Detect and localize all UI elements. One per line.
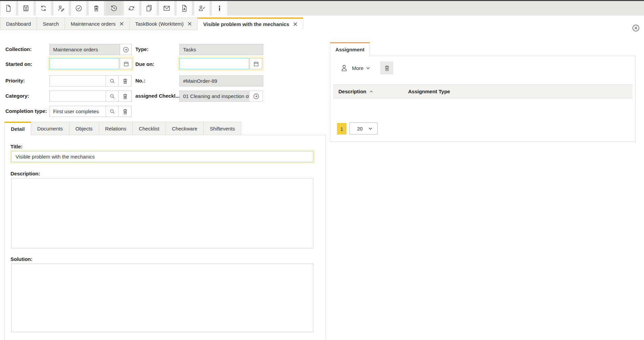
no-label: No.:: [135, 78, 145, 83]
detail-tabbar: Detail Documents Objects Relations Check…: [4, 122, 241, 135]
category-input[interactable]: [49, 91, 106, 102]
pdf-page-icon: [180, 4, 188, 12]
collection-label: Collection:: [5, 46, 32, 52]
tab-taskbook-workitem[interactable]: TaskBook (WorkItem): [129, 18, 198, 30]
page-1-button[interactable]: 1: [337, 123, 347, 135]
tab-assignment[interactable]: Assignment: [330, 42, 370, 56]
page-size-select[interactable]: 20: [349, 122, 378, 135]
envelope-icon: [163, 4, 171, 12]
close-icon[interactable]: [188, 22, 192, 26]
collection-open-button[interactable]: [120, 44, 132, 55]
calendar-icon: [253, 60, 260, 67]
info-icon: [216, 4, 223, 12]
info-button[interactable]: [212, 1, 227, 16]
sync-arrows-icon: [40, 4, 47, 12]
tab-documents[interactable]: Documents: [31, 122, 69, 135]
trash-icon: [122, 108, 129, 115]
blank-page-icon: [4, 4, 12, 12]
add-person-button[interactable]: [338, 62, 351, 74]
solution-label: Solution:: [10, 256, 32, 262]
tab-relations[interactable]: Relations: [99, 122, 133, 135]
tab-checklist[interactable]: Checklist: [132, 122, 166, 135]
due-on-calendar-button[interactable]: [250, 58, 262, 69]
started-on-label: Started on:: [5, 61, 32, 67]
tab-checkware[interactable]: Checkware: [165, 122, 204, 135]
subtab-label: Detail: [11, 126, 25, 132]
type-label: Type:: [135, 46, 149, 52]
collection-field: Maintenance orders: [49, 44, 120, 55]
trash-icon: [122, 78, 129, 84]
tab-label: Maintenance orders: [71, 21, 116, 27]
tab-dashboard[interactable]: Dashboard: [0, 18, 37, 30]
title-input[interactable]: [11, 151, 313, 162]
category-label: Category:: [5, 93, 29, 99]
more-label: More: [352, 65, 363, 71]
more-menu-button[interactable]: More: [352, 65, 370, 71]
redo-button[interactable]: [124, 1, 139, 16]
approve-user-button[interactable]: [194, 1, 209, 16]
complete-button[interactable]: [71, 1, 86, 16]
description-textarea[interactable]: [11, 178, 313, 248]
loop-arrows-icon: [128, 4, 135, 12]
completion-type-search-button[interactable]: [106, 106, 119, 117]
priority-label: Priority:: [5, 78, 25, 83]
email-button[interactable]: [159, 1, 174, 16]
save-button[interactable]: [18, 1, 34, 16]
started-on-calendar-button[interactable]: [120, 58, 132, 69]
type-field-group: Tasks: [179, 44, 263, 55]
remove-assignment-button[interactable]: [380, 62, 393, 74]
collection-field-group: Maintenance orders: [49, 44, 132, 55]
delete-button[interactable]: [89, 1, 104, 16]
tab-shiftevents[interactable]: Shiftevents: [203, 122, 241, 135]
subtab-label: Objects: [75, 126, 93, 131]
assigned-checklist-open-button[interactable]: [249, 91, 263, 102]
category-search-button[interactable]: [106, 91, 119, 102]
tab-maintenance-orders[interactable]: Maintenance orders: [65, 18, 130, 30]
priority-clear-button[interactable]: [118, 75, 132, 87]
assigned-checklist-label: assigned Checkl...: [135, 93, 180, 99]
tab-label: Visible problem with the mechanics: [203, 21, 289, 27]
assignment-tab-label: Assignment: [335, 47, 364, 52]
started-on-field-group: [48, 56, 134, 71]
floppy-disk-icon: [22, 4, 30, 12]
completion-type-input[interactable]: [49, 106, 106, 117]
priority-input[interactable]: [49, 75, 106, 87]
no-field-group: #MainOrder-89: [179, 75, 263, 87]
due-on-field-group: [178, 56, 264, 71]
workspace-tabbar: Dashboard Search Maintenance orders Task…: [0, 18, 303, 30]
completion-type-clear-button[interactable]: [118, 106, 132, 117]
tab-visible-problem[interactable]: Visible problem with the mechanics: [197, 18, 303, 30]
new-document-button[interactable]: [1, 1, 16, 16]
due-on-label: Due on:: [135, 61, 154, 67]
assignment-panel: More Description Assignment Type 1 20: [330, 56, 636, 142]
edit-user-button[interactable]: [53, 1, 69, 16]
close-workspace-button[interactable]: [632, 24, 640, 32]
sort-ascending-icon: [369, 90, 373, 94]
copy-button[interactable]: [141, 1, 157, 16]
chevron-down-icon: [368, 126, 373, 131]
subtab-label: Shiftevents: [210, 126, 235, 131]
copy-pages-icon: [145, 4, 153, 12]
no-field: #MainOrder-89: [179, 75, 263, 87]
type-field: Tasks: [179, 44, 263, 55]
priority-field-group: [49, 75, 132, 87]
close-icon[interactable]: [293, 22, 297, 26]
subtab-label: Checklist: [139, 126, 159, 131]
close-icon[interactable]: [120, 22, 124, 26]
refresh-button[interactable]: [36, 1, 51, 16]
tab-search[interactable]: Search: [37, 18, 65, 30]
column-header-description[interactable]: Description: [333, 89, 408, 94]
tab-objects[interactable]: Objects: [69, 122, 99, 135]
arrow-circle-icon: [253, 93, 260, 100]
due-on-input[interactable]: [179, 58, 249, 69]
search-icon: [109, 108, 116, 115]
category-clear-button[interactable]: [118, 91, 132, 102]
priority-search-button[interactable]: [106, 75, 119, 87]
solution-textarea[interactable]: [11, 264, 313, 332]
started-on-input[interactable]: [49, 58, 119, 69]
column-header-assignment-type[interactable]: Assignment Type: [408, 89, 450, 94]
pdf-export-button[interactable]: [177, 1, 192, 16]
history-button[interactable]: [106, 1, 121, 16]
tab-detail[interactable]: Detail: [4, 122, 31, 136]
calendar-icon: [123, 60, 130, 67]
